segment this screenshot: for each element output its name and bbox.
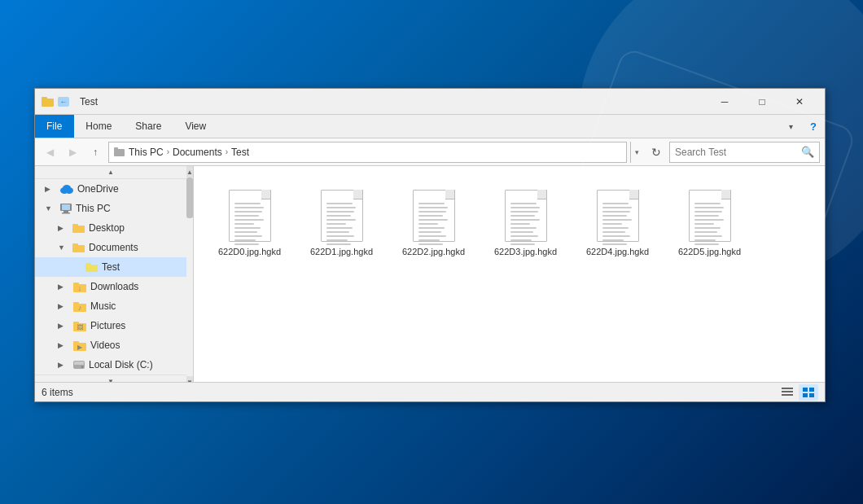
sidebar-item-music[interactable]: ▶ ♪ Music (35, 296, 186, 316)
file-item[interactable]: 622D0.jpg.hgkd (207, 179, 292, 264)
file-name-3: 622D3.jpg.hgkd (494, 247, 557, 256)
path-test[interactable]: Test (231, 147, 249, 158)
ribbon: File Home Share View ▾ ? (35, 115, 825, 138)
sidebar-item-downloads[interactable]: ▶ ↓ Downloads (35, 277, 186, 296)
test-label: Test (102, 261, 120, 273)
sidebar-scroll-up-button[interactable]: ▲ (35, 166, 186, 179)
path-this-pc[interactable]: This PC (129, 147, 164, 158)
path-dropdown-button[interactable]: ▾ (630, 142, 643, 163)
pc-icon (59, 204, 72, 214)
status-bar: 6 items (35, 382, 825, 401)
sidebar-item-local-disk[interactable]: ▶ Local Disk (C:) (35, 355, 186, 375)
sidebar-item-test[interactable]: Test (35, 257, 186, 277)
doc-body (689, 190, 731, 242)
local-disk-label: Local Disk (C:) (89, 359, 153, 370)
file-item[interactable]: 622D4.jpg.hgkd (575, 179, 660, 264)
desktop-label: Desktop (89, 222, 125, 234)
desktop-expand-arrow: ▶ (58, 224, 69, 232)
maximize-button[interactable]: □ (743, 89, 781, 115)
file-name-4: 622D4.jpg.hgkd (586, 247, 649, 256)
close-button[interactable]: ✕ (781, 89, 818, 115)
scrollbar-up-arrow[interactable]: ▲ (186, 166, 193, 177)
sidebar-scroll-down-button[interactable]: ▼ (35, 375, 186, 382)
tab-file[interactable]: File (35, 115, 74, 138)
svg-rect-14 (72, 224, 78, 227)
search-submit-button[interactable]: 🔍 (801, 146, 814, 158)
file-item[interactable]: 622D2.jpg.hgkd (391, 179, 476, 264)
tab-view[interactable]: View (173, 115, 218, 138)
this-pc-label: This PC (76, 203, 111, 214)
address-bar: ◀ ▶ ↑ This PC › Documents › Test ▾ ↻ 🔍 (35, 138, 825, 166)
file-item[interactable]: 622D5.jpg.hgkd (667, 179, 752, 264)
pictures-icon: 🖼 (72, 320, 87, 331)
status-text: 6 items (42, 387, 778, 398)
forward-button[interactable]: ▶ (63, 142, 82, 162)
file-area: 622D0.jpg.hgkd 622D1.jpg.hgkd 622D2.jpg.… (194, 166, 825, 382)
path-folder-icon (114, 147, 125, 157)
svg-rect-11 (64, 211, 68, 213)
address-path[interactable]: This PC › Documents › Test (108, 142, 627, 163)
pictures-label: Pictures (90, 320, 125, 331)
large-icons-view-button[interactable] (799, 384, 818, 401)
window-title: Test (77, 96, 706, 107)
svg-text:♪: ♪ (78, 304, 82, 312)
path-arrow-1: › (167, 147, 169, 156)
sidebar-items-container: ▲ ▶ OneDrive ▼ (35, 166, 186, 382)
sidebar-item-documents[interactable]: ▼ Documents (35, 238, 186, 257)
file-item[interactable]: 622D3.jpg.hgkd (483, 179, 568, 264)
svg-text:🖼: 🖼 (77, 324, 83, 331)
sidebar-scrollbar[interactable]: ▲ ▼ (186, 166, 193, 382)
tab-share[interactable]: Share (124, 115, 173, 138)
local-disk-expand-arrow: ▶ (58, 361, 69, 369)
main-content: ▲ ▶ OneDrive ▼ (35, 166, 825, 382)
svg-text:←: ← (60, 98, 68, 106)
test-folder-icon (85, 262, 99, 272)
window-controls: ─ □ ✕ (706, 89, 818, 115)
help-button[interactable]: ? (802, 115, 825, 138)
svg-rect-36 (782, 394, 793, 396)
file-name-5: 622D5.jpg.hgkd (678, 247, 741, 256)
tab-home[interactable]: Home (74, 115, 124, 138)
svg-rect-5 (114, 147, 118, 151)
title-folder-icon (42, 96, 55, 107)
up-button[interactable]: ↑ (85, 142, 105, 162)
svg-rect-35 (782, 391, 793, 392)
file-item[interactable]: 622D1.jpg.hgkd (299, 179, 384, 264)
search-input[interactable] (675, 147, 801, 158)
doc-corner-fold (353, 190, 363, 199)
sidebar-item-pictures[interactable]: ▶ 🖼 Pictures (35, 316, 186, 335)
scrollbar-down-arrow[interactable]: ▼ (186, 376, 193, 382)
doc-lines (602, 203, 635, 245)
path-documents[interactable]: Documents (173, 147, 222, 158)
back-button[interactable]: ◀ (40, 142, 59, 162)
videos-expand-arrow: ▶ (58, 341, 69, 349)
sidebar-item-onedrive[interactable]: ▶ OneDrive (35, 179, 186, 199)
refresh-button[interactable]: ↻ (646, 142, 666, 162)
doc-lines (326, 203, 359, 245)
svg-rect-1 (42, 97, 47, 100)
minimize-button[interactable]: ─ (706, 89, 743, 115)
doc-corner-fold (629, 190, 639, 199)
documents-expand-arrow: ▼ (58, 243, 69, 252)
path-arrow-2: › (226, 147, 228, 156)
sidebar-item-this-pc[interactable]: ▼ This PC (35, 199, 186, 218)
details-view-button[interactable] (778, 384, 797, 401)
title-bar: ← Test ─ □ ✕ (35, 89, 825, 115)
files-grid: 622D0.jpg.hgkd 622D1.jpg.hgkd 622D2.jpg.… (194, 166, 825, 382)
svg-rect-16 (72, 243, 78, 247)
title-back-icon: ← (57, 96, 70, 107)
sidebar-item-videos[interactable]: ▶ ▶ Videos (35, 335, 186, 355)
file-name-1: 622D1.jpg.hgkd (310, 247, 373, 256)
svg-rect-12 (62, 213, 70, 214)
search-box[interactable]: 🔍 (669, 142, 820, 163)
doc-body (597, 190, 639, 242)
file-icon-4 (594, 186, 642, 242)
scroll-thumb[interactable] (186, 177, 193, 218)
sidebar-item-desktop[interactable]: ▶ Desktop (35, 218, 186, 238)
ribbon-expand-button[interactable]: ▾ (779, 115, 802, 138)
svg-rect-38 (809, 388, 814, 392)
svg-text:▶: ▶ (77, 344, 83, 351)
file-explorer-window: ← Test ─ □ ✕ File Home Share View ▾ ? ◀ … (34, 88, 826, 402)
svg-point-33 (81, 366, 84, 368)
details-view-icon (781, 387, 794, 398)
